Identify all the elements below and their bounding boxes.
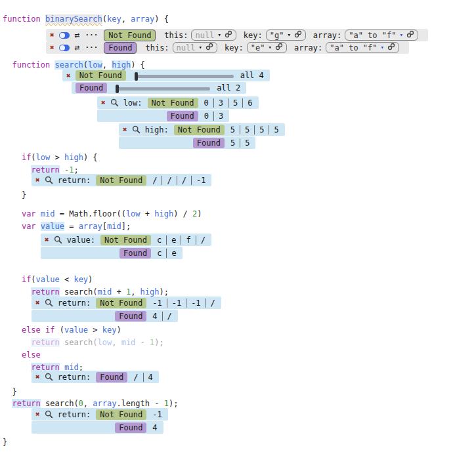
code-line: function binarySearch(key, array) {	[3, 13, 169, 26]
code-token: <	[60, 275, 74, 284]
slider-range-label: all 2	[217, 83, 240, 93]
value-dropdown[interactable]: "a" to "f"▾	[345, 30, 418, 41]
value-dropdown[interactable]: "g"▾	[266, 30, 306, 41]
instrumented-token[interactable]: return	[31, 165, 59, 175]
query-badge-green[interactable]: Not Found	[96, 409, 146, 420]
magnifier-icon[interactable]	[45, 299, 53, 307]
chevron-down-icon[interactable]: ▾	[381, 45, 384, 51]
probe-label: low:	[123, 98, 142, 108]
magnifier-icon[interactable]	[110, 98, 119, 107]
link-icon[interactable]	[275, 43, 283, 52]
close-icon[interactable]: ✖	[35, 410, 40, 419]
trace-slider[interactable]	[135, 75, 234, 78]
probe-value: 5	[230, 125, 235, 134]
code-token: );	[154, 338, 163, 347]
instrumented-token[interactable]: return	[31, 338, 59, 347]
probe-value: -1	[196, 176, 206, 185]
query-badge-green[interactable]: Not Found	[96, 175, 146, 186]
more-options-icon[interactable]: ···	[85, 31, 98, 39]
toggle-switch[interactable]	[59, 45, 70, 51]
instrumented-token[interactable]: high	[112, 60, 131, 70]
chevron-down-icon[interactable]: ▾	[198, 45, 202, 51]
link-icon[interactable]	[387, 43, 395, 52]
value-separator	[143, 373, 144, 382]
query-badge-green[interactable]: Not Found	[100, 235, 151, 245]
code-token: search(	[60, 287, 98, 297]
code-token: mid	[107, 222, 121, 231]
close-icon[interactable]: ✖	[35, 373, 40, 381]
dropdown-value: null	[177, 43, 196, 52]
close-icon[interactable]: ✖	[45, 236, 49, 244]
query-badge-purple[interactable]: Found	[115, 423, 146, 433]
link-icon[interactable]	[206, 43, 213, 52]
dropdown-value: null	[195, 31, 214, 40]
instrumented-token[interactable]: search	[54, 60, 83, 70]
magnifier-icon[interactable]	[45, 410, 53, 419]
trace-slider[interactable]	[116, 87, 210, 91]
field-label: array:	[313, 31, 341, 40]
code-token: [	[102, 222, 107, 231]
code-line: }	[3, 436, 7, 449]
code-token: value	[36, 275, 60, 284]
chevron-down-icon[interactable]: ▾	[399, 32, 402, 38]
code-token: else if	[22, 325, 55, 335]
chevron-down-icon[interactable]: ▾	[269, 45, 272, 51]
close-icon[interactable]: ✖	[66, 72, 71, 80]
code-line: var value = array[mid];	[22, 220, 131, 233]
slider-handle[interactable]	[116, 85, 119, 93]
query-badge-purple[interactable]: Found	[119, 248, 151, 258]
magnifier-icon[interactable]	[54, 236, 62, 244]
instrumented-token[interactable]: return	[12, 399, 40, 408]
more-options-icon[interactable]: ···	[85, 43, 98, 52]
chevron-down-icon[interactable]: ▾	[217, 32, 221, 38]
query-badge-green[interactable]: Not Found	[96, 298, 146, 308]
query-badge-green[interactable]: Not Found	[174, 125, 225, 135]
magnifier-icon[interactable]	[45, 373, 53, 381]
query-badge-green[interactable]: Not Found	[148, 98, 198, 108]
slider-handle[interactable]	[135, 72, 138, 81]
field-label: array:	[294, 43, 322, 52]
link-icon[interactable]	[406, 30, 414, 40]
instrumented-token[interactable]: return	[31, 287, 59, 297]
instrumented-token[interactable]: value	[41, 222, 64, 231]
probe-value: -1	[152, 299, 162, 308]
query-badge-green[interactable]: Not Found	[104, 30, 156, 41]
probe-value: c	[157, 249, 162, 258]
query-badge-purple[interactable]: Found	[76, 83, 107, 93]
swap-arrows-icon[interactable]: ⇄	[75, 43, 80, 52]
instrumented-token[interactable]: low	[88, 60, 102, 70]
magnifier-icon[interactable]	[45, 176, 53, 184]
close-icon[interactable]: ✖	[101, 98, 106, 107]
close-icon[interactable]: ✖	[50, 31, 54, 39]
chevron-down-icon[interactable]: ▾	[287, 32, 290, 38]
swap-arrows-icon[interactable]: ⇄	[75, 30, 80, 40]
value-separator	[228, 98, 228, 108]
trace-slider-row: ✖Not Foundall 4	[62, 70, 270, 81]
query-badge-purple[interactable]: Found	[115, 311, 146, 321]
link-icon[interactable]	[294, 30, 302, 40]
magnifier-icon[interactable]	[132, 125, 141, 134]
value-separator	[269, 125, 269, 134]
close-icon[interactable]: ✖	[35, 299, 40, 307]
value-dropdown[interactable]: "a" to "f"▾	[326, 42, 399, 53]
code-token: else	[22, 350, 41, 360]
value-dropdown[interactable]: "e"▾	[247, 42, 287, 53]
toggle-switch[interactable]	[59, 32, 70, 39]
close-icon[interactable]: ✖	[50, 43, 54, 52]
instrumented-token[interactable]: binarySearch	[45, 14, 102, 24]
code-token: }	[12, 387, 16, 396]
instrumented-token[interactable]: (	[83, 60, 88, 70]
code-token: ,	[131, 287, 140, 297]
query-badge-purple[interactable]: Found	[193, 138, 225, 148]
code-line: }	[22, 189, 26, 201]
code-token: }	[3, 438, 7, 447]
link-icon[interactable]	[225, 30, 232, 40]
query-badge-purple[interactable]: Found	[96, 372, 127, 382]
query-badge-purple[interactable]: Found	[167, 111, 198, 121]
query-badge-green[interactable]: Not Found	[76, 70, 126, 81]
value-dropdown[interactable]: null▾	[173, 42, 217, 53]
value-dropdown[interactable]: null▾	[191, 30, 236, 41]
close-icon[interactable]: ✖	[123, 125, 127, 134]
query-badge-purple[interactable]: Found	[104, 42, 137, 54]
close-icon[interactable]: ✖	[35, 176, 40, 184]
